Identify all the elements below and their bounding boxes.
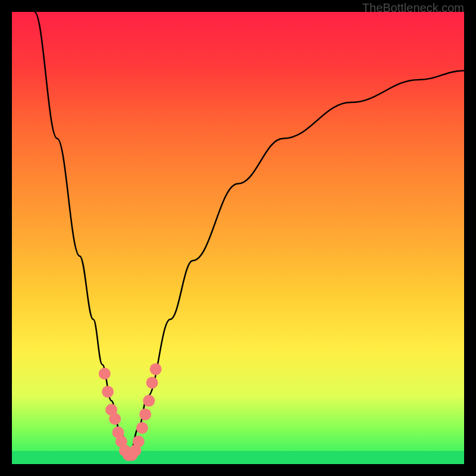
data-point-marker [150, 363, 162, 375]
bottleneck-curve-plot [12, 12, 464, 464]
curve-left-curve [35, 12, 130, 455]
data-point-marker [143, 395, 155, 407]
data-point-marker [133, 436, 145, 447]
data-point-marker [102, 386, 114, 397]
data-point-marker [99, 368, 111, 380]
data-point-marker [136, 422, 148, 434]
curve-right-curve [130, 71, 464, 455]
data-point-marker [109, 413, 121, 425]
watermark-text: TheBottleneck.com [362, 1, 464, 15]
data-point-marker [139, 408, 151, 420]
data-point-marker [146, 377, 158, 389]
